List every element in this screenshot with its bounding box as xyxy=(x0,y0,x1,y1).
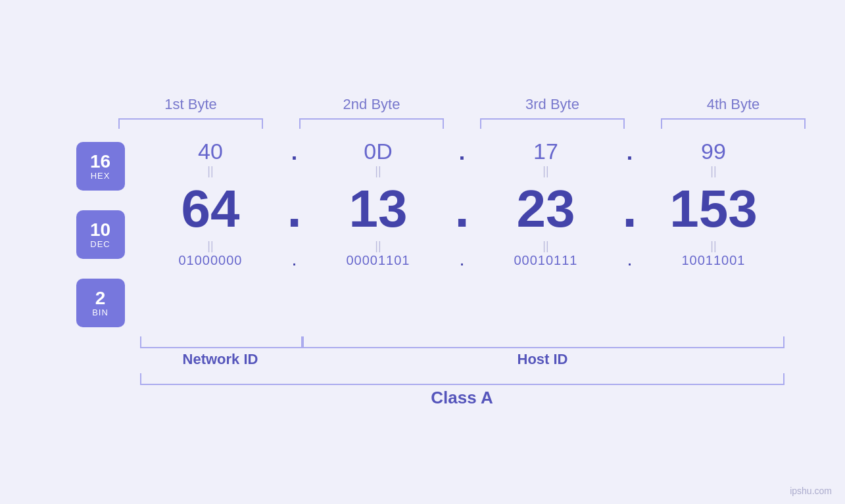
byte-header-4: 4th Byte xyxy=(643,96,824,113)
hex-val-3: 17 xyxy=(475,139,617,164)
class-label-row: Class A xyxy=(61,388,785,408)
bracket-shape-2 xyxy=(299,118,444,129)
pipe-row-2: || || || || xyxy=(140,239,785,254)
content-area: 16 HEX 10 DEC 2 BIN 40 . 0D . 17 . 99 xyxy=(61,135,785,334)
bin-val-3: 00010111 xyxy=(475,253,617,268)
bin-val-1: 01000000 xyxy=(140,253,281,268)
pipe-spacer-3 xyxy=(617,164,643,179)
class-label: Class A xyxy=(140,388,785,408)
class-bracket-row xyxy=(61,373,785,385)
bin-dot-3: . xyxy=(617,254,643,267)
hex-val-1: 40 xyxy=(140,139,281,164)
pipe-2: || xyxy=(308,164,449,179)
hex-base-label: HEX xyxy=(91,171,110,181)
pipe-8: || xyxy=(643,239,785,254)
hex-val-2: 0D xyxy=(308,139,449,164)
pipe-spacer-5 xyxy=(281,239,308,254)
watermark: ipshu.com xyxy=(790,486,832,496)
bottom-label-spacer xyxy=(61,336,140,348)
main-container: 1st Byte 2nd Byte 3rd Byte 4th Byte 16 H… xyxy=(61,96,785,408)
bottom-brackets-area xyxy=(61,336,785,348)
top-bracket-1 xyxy=(101,118,281,129)
dec-row: 64 . 13 . 23 . 153 xyxy=(140,179,785,239)
dec-val-1: 64 xyxy=(140,179,281,239)
bin-badge: 2 BIN xyxy=(76,279,125,327)
byte-headers-row: 1st Byte 2nd Byte 3rd Byte 4th Byte xyxy=(101,96,824,113)
byte-header-1: 1st Byte xyxy=(101,96,281,113)
byte-header-2: 2nd Byte xyxy=(281,96,462,113)
dec-dot-2: . xyxy=(449,183,475,235)
id-labels-row: Network ID Host ID xyxy=(61,351,785,368)
dec-val-3: 23 xyxy=(475,179,617,239)
hex-base-number: 16 xyxy=(90,152,110,171)
pipe-spacer-1 xyxy=(281,164,308,179)
bin-base-label: BIN xyxy=(92,308,109,317)
hex-row: 40 . 0D . 17 . 99 xyxy=(140,139,785,164)
bracket-shape-3 xyxy=(480,118,625,129)
bracket-shape-4 xyxy=(661,118,806,129)
hex-dot-3: . xyxy=(617,141,643,163)
top-bracket-3 xyxy=(462,118,643,129)
dec-dot-3: . xyxy=(617,183,643,235)
pipe-3: || xyxy=(475,164,617,179)
pipe-1: || xyxy=(140,164,281,179)
dec-base-label: DEC xyxy=(90,239,110,249)
top-brackets-row xyxy=(101,118,824,129)
host-id-bracket xyxy=(302,336,785,348)
dec-val-4: 153 xyxy=(643,179,785,239)
byte-header-3: 3rd Byte xyxy=(462,96,643,113)
top-bracket-2 xyxy=(281,118,462,129)
id-label-spacer xyxy=(61,351,140,368)
bin-val-2: 00001101 xyxy=(308,253,449,268)
pipe-spacer-6 xyxy=(449,239,475,254)
dec-val-2: 13 xyxy=(308,179,449,239)
class-label-spacer xyxy=(61,388,140,408)
bin-dot-2: . xyxy=(449,254,475,267)
hex-dot-1: . xyxy=(281,141,308,163)
pipe-7: || xyxy=(475,239,617,254)
dec-dot-1: . xyxy=(281,183,308,235)
bin-base-number: 2 xyxy=(95,289,106,308)
bin-dot-1: . xyxy=(281,254,308,267)
values-grid: 40 . 0D . 17 . 99 || || || || 64 xyxy=(140,135,785,334)
host-id-label: Host ID xyxy=(301,351,785,368)
class-bracket xyxy=(140,373,785,385)
bin-val-4: 10011001 xyxy=(643,253,785,268)
network-id-bracket xyxy=(140,336,302,348)
pipe-5: || xyxy=(140,239,281,254)
dec-base-number: 10 xyxy=(90,221,110,239)
bin-row: 01000000 . 00001101 . 00010111 . 1001100… xyxy=(140,253,785,268)
network-id-label: Network ID xyxy=(140,351,301,368)
class-bracket-spacer xyxy=(61,373,140,385)
pipe-4: || xyxy=(643,164,785,179)
pipe-spacer-7 xyxy=(617,239,643,254)
label-column: 16 HEX 10 DEC 2 BIN xyxy=(61,135,140,334)
dec-badge: 10 DEC xyxy=(76,210,125,259)
top-bracket-4 xyxy=(643,118,824,129)
hex-badge: 16 HEX xyxy=(76,142,125,191)
bracket-shape-1 xyxy=(118,118,263,129)
hex-val-4: 99 xyxy=(643,139,785,164)
pipe-spacer-2 xyxy=(449,164,475,179)
pipe-row-1: || || || || xyxy=(140,164,785,179)
hex-dot-2: . xyxy=(449,141,475,163)
pipe-6: || xyxy=(308,239,449,254)
